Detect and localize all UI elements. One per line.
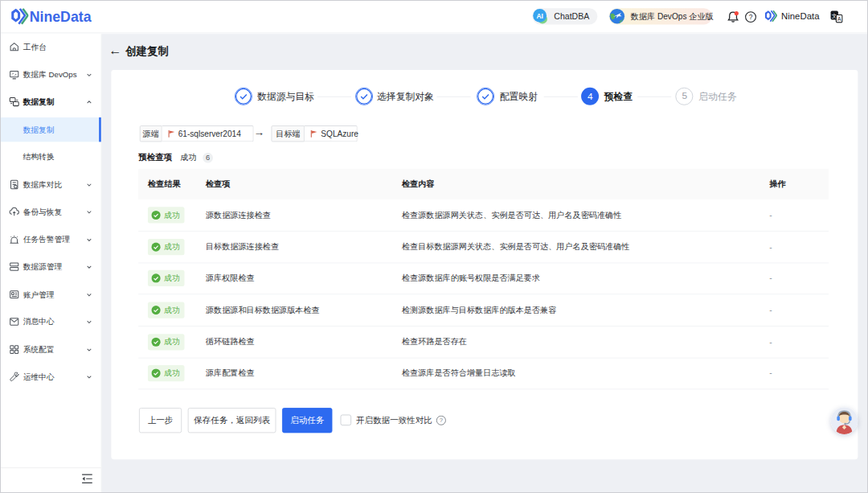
svg-text:?: ?: [439, 417, 442, 424]
svg-text:A: A: [837, 16, 841, 22]
svg-text:AI: AI: [536, 12, 542, 20]
svg-text:?: ?: [749, 13, 753, 21]
